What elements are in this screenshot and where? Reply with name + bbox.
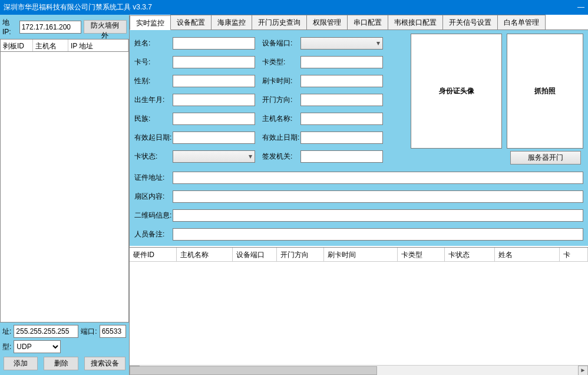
label-birth: 出生年月:: [134, 95, 173, 105]
label-device-port: 设备端口:: [262, 38, 300, 48]
local-ip-input[interactable]: [19, 21, 81, 34]
th-name: 姓名: [495, 248, 560, 261]
label-valid-from: 有效起日期:: [134, 133, 173, 143]
addr-input[interactable]: [14, 325, 78, 338]
col-board-id: 剥板ID: [1, 40, 33, 51]
th-hardware-id: 硬件ID: [130, 248, 177, 261]
th-card: 卡: [560, 248, 588, 261]
device-list-header: 剥板ID 主机名 IP 地址: [0, 39, 129, 52]
input-card-type[interactable]: [300, 56, 383, 68]
tab-realtime-monitor[interactable]: 实时监控: [130, 15, 171, 30]
add-button[interactable]: 添加: [4, 357, 38, 370]
col-ip: IP 地址: [68, 40, 128, 51]
tab-hik-monitor[interactable]: 海康监控: [211, 15, 252, 29]
label-card-no: 卡号:: [134, 57, 173, 67]
select-card-state[interactable]: [173, 150, 255, 163]
tab-whitelist[interactable]: 白名单管理: [497, 15, 546, 29]
th-card-state: 卡状态: [445, 248, 495, 261]
input-person-remark[interactable]: [173, 228, 583, 241]
label-qr-info: 二维码信息:: [134, 210, 173, 221]
th-swipe-time: 刷卡时间: [324, 248, 398, 261]
input-name[interactable]: [173, 37, 255, 50]
tab-wiegand-config[interactable]: 韦根接口配置: [388, 15, 443, 29]
tab-device-config[interactable]: 设备配置: [170, 15, 212, 29]
label-gender: 性别:: [134, 76, 173, 86]
log-table-header: 硬件ID 主机名称 设备端口 开门方向 刷卡时间 卡类型 卡状态 姓名 卡: [130, 248, 588, 262]
label-swipe-time: 刷卡时间:: [262, 76, 300, 86]
scroll-right-icon[interactable]: ►: [578, 366, 588, 375]
label-valid-to: 有效止日期:: [262, 133, 300, 143]
window-controls: —: [577, 0, 584, 15]
label-card-state: 卡状态:: [134, 152, 173, 162]
type-label: 型:: [2, 342, 11, 352]
tab-switch-signal[interactable]: 开关信号设置: [442, 15, 498, 29]
th-host-name: 主机名称: [177, 248, 233, 261]
id-photo-label: 身份证头像: [439, 86, 474, 96]
label-person-remark: 人员备注:: [134, 229, 173, 239]
search-device-button[interactable]: 搜索设备: [84, 357, 125, 370]
server-open-door-button[interactable]: 服务器开门: [510, 151, 581, 165]
th-open-dir: 开门方向: [277, 248, 324, 261]
delete-button[interactable]: 删除: [44, 357, 78, 370]
input-issuer[interactable]: [300, 150, 383, 163]
firewall-exception-button[interactable]: 防火墙例外: [84, 20, 127, 34]
input-valid-to[interactable]: [300, 131, 383, 144]
label-nation: 民族:: [134, 114, 173, 124]
device-list-body[interactable]: [0, 52, 129, 323]
input-nation[interactable]: [173, 113, 255, 125]
port-label: 端口:: [81, 327, 97, 337]
input-open-dir[interactable]: [300, 94, 383, 106]
log-table: 硬件ID 主机名称 设备端口 开门方向 刷卡时间 卡类型 卡状态 姓名 卡 ◄ …: [130, 247, 588, 375]
input-birth[interactable]: [173, 94, 255, 106]
tab-open-history[interactable]: 开门历史查询: [252, 15, 307, 29]
label-host-name: 主机名称:: [262, 114, 300, 124]
label-issuer: 签发机关:: [262, 152, 300, 162]
local-ip-label: 地IP:: [2, 18, 17, 36]
title-bar: 深圳市华思福科技有限公司门禁系统工具 v3.3.7 —: [0, 0, 588, 15]
input-host-name[interactable]: [300, 113, 383, 125]
input-card-no[interactable]: [173, 56, 255, 68]
id-photo-box: 身份证头像: [411, 34, 502, 149]
capture-photo-box: 抓拍照: [507, 34, 583, 149]
input-qr-info[interactable]: [173, 209, 583, 222]
left-panel: 地IP: 防火墙例外 剥板ID 主机名 IP 地址 址: 端口: 型: UDP: [0, 15, 130, 375]
capture-photo-label: 抓拍照: [534, 86, 556, 96]
tab-permission[interactable]: 权限管理: [306, 15, 348, 29]
port-input[interactable]: [100, 325, 126, 338]
input-area-content[interactable]: [173, 190, 583, 203]
right-panel: 实时监控 设备配置 海康监控 开门历史查询 权限管理 串口配置 韦根接口配置 开…: [130, 15, 588, 375]
form-area: 姓名: 设备端口: 卡号: 卡类型: 性别:: [130, 30, 588, 246]
col-host: 主机名: [33, 40, 68, 51]
window-title: 深圳市华思福科技有限公司门禁系统工具 v3.3.7: [4, 0, 152, 15]
protocol-select[interactable]: UDP: [14, 340, 61, 353]
tab-bar: 实时监控 设备配置 海康监控 开门历史查询 权限管理 串口配置 韦根接口配置 开…: [130, 15, 588, 30]
addr-label: 址:: [2, 327, 11, 337]
th-card-type: 卡类型: [398, 248, 445, 261]
scrollbar-thumb[interactable]: [130, 366, 377, 375]
th-device-port: 设备端口: [233, 248, 277, 261]
log-table-body[interactable]: [130, 262, 588, 365]
input-swipe-time[interactable]: [300, 75, 383, 87]
input-cert-addr[interactable]: [173, 172, 583, 184]
label-card-type: 卡类型:: [262, 57, 300, 67]
label-name: 姓名:: [134, 38, 173, 48]
horizontal-scrollbar[interactable]: ◄ ►: [130, 365, 588, 375]
minimize-icon[interactable]: —: [577, 0, 584, 15]
input-valid-from[interactable]: [173, 131, 255, 144]
tab-serial-config[interactable]: 串口配置: [347, 15, 388, 29]
label-area-content: 扇区内容:: [134, 192, 173, 202]
label-cert-addr: 证件地址:: [134, 173, 173, 183]
input-gender[interactable]: [173, 75, 255, 87]
select-device-port[interactable]: [300, 37, 383, 50]
label-open-dir: 开门方向:: [262, 95, 300, 105]
